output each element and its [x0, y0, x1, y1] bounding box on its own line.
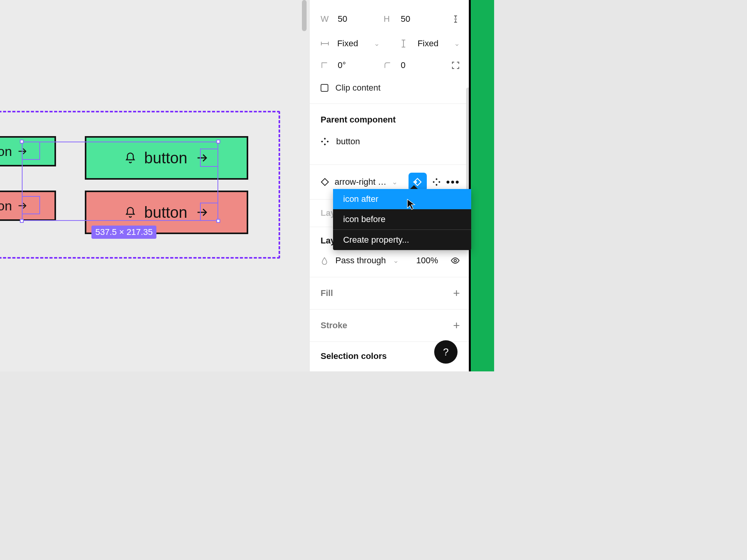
visibility-icon[interactable]: [451, 256, 460, 265]
constrain-proportions-icon[interactable]: [451, 14, 460, 24]
selection-colors-title: Selection colors: [321, 351, 387, 361]
parent-component-title: Parent component: [321, 115, 460, 125]
canvas[interactable]: button button on on: [0, 0, 309, 371]
svg-rect-18: [435, 184, 437, 186]
chevron-down-icon: ⌄: [374, 39, 380, 48]
horizontal-constraint-dropdown[interactable]: Fixed: [337, 38, 367, 49]
menu-item-icon-before[interactable]: icon before: [333, 209, 471, 229]
canvas-scrollbar[interactable]: [302, 0, 307, 31]
properties-panel: W 50 H 50 Fixed ⌄ Fixed ⌄: [309, 0, 471, 371]
clip-content-label: Clip content: [335, 83, 381, 93]
vertical-constraint-icon: [401, 39, 410, 48]
instance-swap-dropdown[interactable]: arrow-right …: [335, 177, 386, 187]
instance-icon: [321, 178, 329, 186]
svg-rect-17: [435, 178, 437, 180]
selection-handle[interactable]: [216, 219, 220, 223]
chevron-down-icon: ⌄: [393, 256, 399, 265]
clip-content-checkbox[interactable]: [321, 84, 328, 92]
chevron-down-icon: ⌄: [454, 39, 460, 48]
component-icon[interactable]: [432, 178, 441, 186]
svg-rect-20: [438, 181, 440, 183]
selection-handle[interactable]: [20, 140, 24, 144]
width-label: W: [321, 14, 331, 24]
fill-section-title: Fill: [321, 288, 333, 298]
corner-radius-icon: [384, 61, 394, 69]
svg-rect-10: [324, 138, 326, 140]
menu-item-create-property[interactable]: Create property...: [333, 230, 471, 250]
svg-rect-12: [321, 140, 323, 142]
vertical-constraint-dropdown[interactable]: Fixed: [417, 38, 447, 49]
width-input[interactable]: 50: [338, 14, 377, 24]
svg-rect-19: [433, 181, 435, 183]
rotation-input[interactable]: 0°: [338, 60, 377, 70]
button-label-partial: on: [0, 144, 12, 159]
add-fill-icon[interactable]: +: [453, 287, 460, 300]
selection-handle[interactable]: [216, 140, 220, 144]
height-label: H: [384, 14, 394, 24]
stroke-section-title: Stroke: [321, 320, 347, 331]
menu-item-icon-after[interactable]: icon after: [333, 189, 471, 209]
rotation-icon: [321, 61, 331, 69]
opacity-input[interactable]: 100%: [416, 256, 438, 266]
svg-point-21: [454, 259, 456, 262]
independent-corners-icon[interactable]: [451, 61, 460, 70]
svg-rect-11: [324, 144, 326, 145]
corner-radius-input[interactable]: 0: [401, 60, 436, 70]
height-input[interactable]: 50: [401, 14, 436, 24]
horizontal-constraint-icon: [321, 41, 330, 46]
blend-mode-dropdown[interactable]: Pass through: [335, 256, 386, 266]
chevron-down-icon: ⌄: [392, 178, 398, 186]
svg-rect-14: [321, 178, 328, 186]
add-stroke-icon[interactable]: +: [453, 319, 460, 332]
svg-rect-13: [327, 140, 329, 142]
more-options-icon[interactable]: •••: [446, 176, 460, 188]
blend-mode-icon: [321, 256, 328, 265]
component-icon: [321, 137, 329, 146]
parent-component-name[interactable]: button: [336, 136, 360, 147]
help-button[interactable]: ?: [434, 340, 458, 364]
dimension-badge: 537.5 × 217.35: [91, 226, 156, 239]
selection-bounding-box: [22, 142, 218, 221]
mouse-cursor: [406, 198, 416, 212]
button-label-partial: on: [0, 198, 12, 214]
selection-handle[interactable]: [20, 219, 24, 223]
instance-swap-property-menu: icon after icon before Create property..…: [333, 189, 471, 250]
right-pane-accent: [471, 0, 494, 371]
